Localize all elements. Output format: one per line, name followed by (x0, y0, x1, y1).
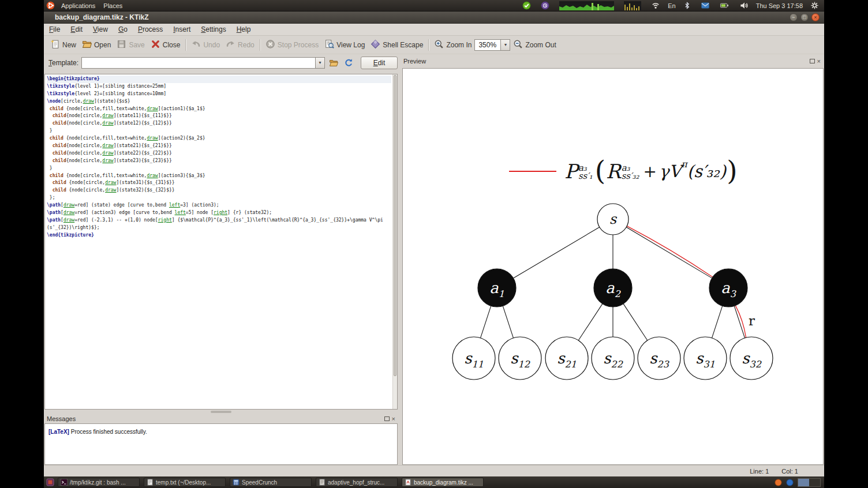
editor-preview-splitter[interactable] (398, 54, 402, 465)
minimize-button[interactable]: − (790, 13, 798, 21)
places-menu[interactable]: Places (99, 0, 126, 12)
close-panel-icon[interactable]: × (392, 416, 395, 422)
session-gear-icon[interactable] (810, 1, 819, 10)
code-line-1: \begin{tikzpicture} (47, 76, 391, 83)
taskbar-applet-icon[interactable] (46, 478, 54, 486)
save-button[interactable]: Save (114, 38, 147, 52)
clock[interactable]: Thu Sep 3 17:58 (756, 2, 803, 9)
float-panel-icon[interactable] (384, 416, 390, 421)
scrollbar-thumb[interactable] (394, 75, 396, 376)
workspace-switcher[interactable] (798, 478, 821, 487)
task-temp-txt[interactable]: temp.txt (~/Desktop... (144, 478, 226, 487)
window-controls: − □ × (790, 13, 824, 21)
close-file-button[interactable]: Close (148, 38, 184, 52)
splitter-grip[interactable] (211, 411, 231, 413)
redo-button[interactable]: Redo (223, 38, 257, 52)
template-edit-button[interactable]: Edit (361, 57, 398, 69)
undo-button[interactable]: Undo (188, 38, 223, 52)
task-speedcrunch[interactable]: SpeedCrunch (230, 478, 312, 487)
workspace-1[interactable] (798, 479, 809, 486)
menu-settings[interactable]: Settings (196, 24, 231, 36)
formula-token: P (564, 160, 578, 183)
stop-icon (265, 39, 275, 51)
maximize-button[interactable]: □ (800, 13, 809, 21)
tree-edge-a2-s21 (578, 304, 603, 340)
network-history-graph[interactable] (624, 1, 641, 10)
applications-menu[interactable]: Applications (57, 0, 99, 12)
template-row: Template: ▾ Edit (44, 55, 398, 70)
zoom-level-select[interactable]: 350% ▾ (474, 39, 510, 51)
view-log-button[interactable]: View Log (321, 38, 368, 52)
volume-icon[interactable] (739, 1, 749, 10)
stop-process-button[interactable]: Stop Process (263, 38, 321, 52)
new-document-icon (50, 39, 60, 51)
task-adaptive-hopf[interactable]: adaptive_hopf_struc... (316, 478, 398, 487)
template-select[interactable]: ▾ (81, 57, 325, 69)
code-editor[interactable]: \begin{tikzpicture}\tikzstyle{level 1}=[… (44, 74, 398, 410)
zoom-in-icon (434, 39, 444, 51)
template-browse-button[interactable] (327, 57, 340, 69)
menu-file[interactable]: File (44, 24, 65, 36)
new-button[interactable]: New (47, 38, 79, 52)
formula-scripts: a₃ss′₁ (578, 164, 593, 180)
mail-icon[interactable] (701, 1, 710, 10)
battery-icon[interactable] (720, 1, 729, 10)
tray-orange-icon[interactable] (775, 479, 782, 486)
float-panel-icon[interactable] (810, 59, 815, 63)
menu-insert[interactable]: Insert (168, 24, 196, 36)
close-panel-icon[interactable]: × (817, 58, 821, 64)
messages-text: Process finished successfully. (69, 429, 147, 435)
code-line-3: \tikzstyle{level 2}=[sibling distance=10… (47, 91, 391, 98)
menu-edit[interactable]: Edit (65, 24, 88, 36)
open-button[interactable]: Open (79, 38, 114, 52)
keyboard-indicator[interactable]: En (668, 2, 675, 9)
preview-canvas: sa1a2a3s11s12s21s22s23s31s32r Pa₃ss′₁(Ra… (402, 68, 824, 465)
statusbar: Line: 1 Col: 1 (44, 465, 824, 476)
preview-dock: Preview × sa1a2a3s11s12s21s22s23s31s32r … (402, 54, 824, 465)
red-edge-s-a3 (627, 226, 712, 277)
taskbar: /tmp/ktikz.git : bash ... temp.txt (~/De… (44, 476, 824, 488)
ubuntu-logo-icon[interactable] (46, 1, 55, 10)
template-reload-button[interactable] (342, 57, 355, 69)
messages-latex-tag: [LaTeX] (48, 429, 69, 435)
tree-edge-a3-s31 (712, 306, 723, 337)
zoom-out-icon (513, 39, 523, 51)
status-purple-icon[interactable] (541, 1, 549, 10)
shell-escape-button[interactable]: Shell Escape (368, 38, 426, 52)
zoom-out-button[interactable]: Zoom Out (510, 38, 559, 52)
template-dropdown-arrow[interactable]: ▾ (315, 58, 324, 68)
messages-title: Messages (47, 415, 76, 422)
bluetooth-icon[interactable] (683, 1, 691, 10)
formula-token: (s′₃₂) (687, 162, 726, 181)
wifi-icon[interactable] (651, 1, 660, 10)
desktop-screen: Applications Places En (44, 0, 824, 488)
task-terminal[interactable]: /tmp/ktikz.git : bash ... (58, 478, 140, 487)
close-x-icon (151, 39, 160, 51)
tray-blue-icon[interactable] (786, 479, 794, 486)
code-line-17: }; (47, 194, 391, 202)
code-area[interactable]: \begin{tikzpicture}\tikzstyle{level 1}=[… (47, 76, 391, 409)
zoom-dropdown-arrow[interactable]: ▾ (500, 40, 510, 50)
menu-process[interactable]: Process (133, 24, 168, 36)
window-title-bar[interactable]: backup_diagram.tikz - KTikZ − □ × (44, 12, 824, 24)
zoom-in-button[interactable]: Zoom In (431, 38, 474, 52)
code-line-2: \tikzstyle{level 1}=[sibling distance=25… (47, 83, 391, 91)
menu-go[interactable]: Go (113, 24, 133, 36)
status-ok-icon[interactable] (522, 1, 531, 10)
code-line-15: child {node[circle,draw](state31){$s_{31… (47, 179, 391, 187)
menu-help[interactable]: Help (231, 24, 256, 36)
editor-vertical-scrollbar[interactable] (392, 74, 397, 409)
code-line-16: child {node[circle,draw](state32){$s_{32… (47, 187, 391, 194)
formula-token: R (606, 160, 621, 183)
system-monitor-graph[interactable] (559, 1, 614, 10)
workspace-2[interactable] (809, 479, 820, 486)
editor-messages-splitter[interactable] (44, 410, 398, 414)
menu-view[interactable]: View (88, 24, 113, 36)
zoom-level-value: 350% (475, 41, 500, 49)
diagram-svg: sa1a2a3s11s12s21s22s23s31s32r (403, 69, 824, 464)
close-window-button[interactable]: × (811, 13, 820, 21)
code-line-13: } (47, 165, 391, 172)
task-backup-diagram[interactable]: backup_diagram.tikz ... (402, 478, 484, 487)
formula-token: ( (595, 155, 605, 186)
shell-escape-diamond-icon (371, 39, 380, 51)
